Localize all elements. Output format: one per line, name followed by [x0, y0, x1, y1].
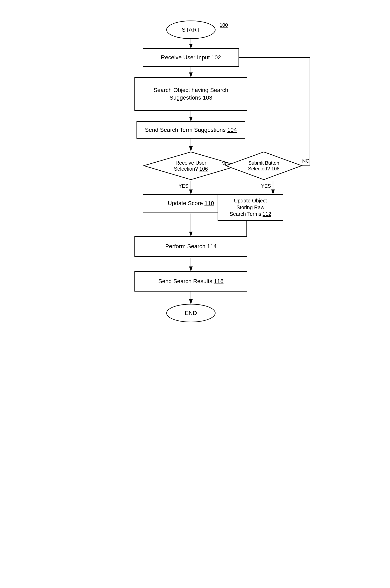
start-node: START: [166, 21, 216, 39]
send-search-term-suggestions-node: Send Search Term Suggestions 104: [137, 121, 245, 139]
submit-button-selected-node: Submit ButtonSelected? 108: [225, 151, 303, 181]
send-search-results-node: Send Search Results 116: [135, 271, 247, 292]
flowchart-diagram: START 100 Receive User Input 102 Search …: [103, 8, 287, 579]
no2-label: NO: [302, 158, 309, 164]
update-object-node: Update ObjectStoring RawSearch Terms 112: [218, 194, 283, 221]
end-node: END: [166, 304, 216, 322]
yes1-label: YES: [179, 183, 189, 189]
start-ref: 100: [220, 22, 228, 28]
receive-user-input-node: Receive User Input 102: [143, 48, 239, 67]
perform-search-node: Perform Search 114: [135, 236, 247, 257]
yes2-label: YES: [261, 183, 271, 189]
search-object-node: Search Object having SearchSuggestions 1…: [135, 77, 247, 111]
no1-label: NO: [221, 161, 229, 166]
